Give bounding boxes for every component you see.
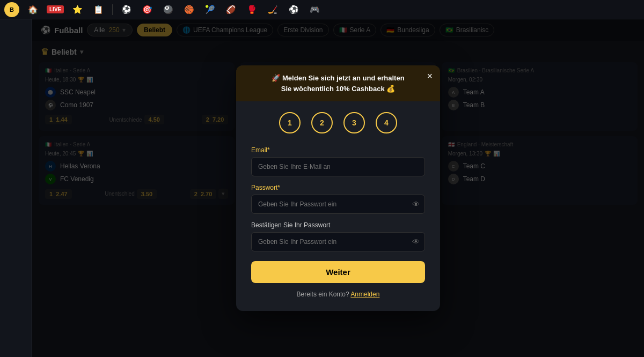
main-layout: ⚽ Fußball Alle 250 ▾ Beliebt 🌐 UEFA Cham… <box>0 19 644 357</box>
step-2: 2 <box>311 112 333 133</box>
step-3: 3 <box>343 112 365 133</box>
esports-icon[interactable]: 🎮 <box>308 4 322 16</box>
registration-modal: 🚀 Melden Sie sich jetzt an und erhalten … <box>236 65 440 311</box>
modal-close-button[interactable]: × <box>427 71 433 82</box>
nav-separator <box>112 4 113 15</box>
step-1: 1 <box>279 112 301 133</box>
password-input[interactable] <box>251 195 425 214</box>
boxing-icon[interactable]: 🥊 <box>245 4 259 16</box>
step-4: 4 <box>376 112 397 133</box>
email-input[interactable] <box>251 157 425 176</box>
modal-overlay: 🚀 Melden Sie sich jetzt an und erhalten … <box>32 19 644 357</box>
submit-button[interactable]: Weiter <box>251 261 425 283</box>
favorites-icon[interactable]: ⭐ <box>70 4 85 16</box>
confirm-password-input[interactable] <box>251 232 425 251</box>
login-link[interactable]: Anmelden <box>350 291 379 298</box>
step-indicators: 1 2 3 4 <box>251 112 425 133</box>
pool-icon[interactable]: 🎱 <box>161 4 175 16</box>
modal-body: 1 2 3 4 Email* Passwort* 👁 <box>236 101 440 311</box>
banner-line1: 🚀 Melden Sie sich jetzt an und erhalten <box>247 73 429 84</box>
password-eye-icon[interactable]: 👁 <box>412 200 420 209</box>
american-football-icon[interactable]: 🏈 <box>224 4 238 16</box>
password-label: Passwort* <box>251 184 425 191</box>
soccer-icon[interactable]: ⚽ <box>119 4 134 16</box>
results-icon[interactable]: 📋 <box>91 4 106 16</box>
brand-logo: B <box>4 2 19 17</box>
banner-line2: Sie wöchentlich 10% Cashback 💰 <box>247 84 429 94</box>
confirm-eye-icon[interactable]: 👁 <box>412 237 420 246</box>
confirm-password-label: Bestätigen Sie Ihr Passwort <box>251 221 425 229</box>
darts-icon[interactable]: 🎯 <box>140 4 155 16</box>
tennis-icon[interactable]: 🎾 <box>203 4 217 16</box>
live-badge[interactable]: LIVE <box>47 5 64 13</box>
main-content: ⚽ Fußball Alle 250 ▾ Beliebt 🌐 UEFA Cham… <box>32 19 644 357</box>
basketball-icon[interactable]: 🏀 <box>182 4 196 16</box>
sidebar <box>0 19 32 357</box>
home-icon[interactable]: 🏠 <box>26 4 40 16</box>
hockey-icon[interactable]: 🏒 <box>266 4 280 16</box>
top-navigation: B 🏠 LIVE ⭐ 📋 ⚽ 🎯 🎱 🏀 🎾 🏈 🥊 🏒 ⚽ 🎮 <box>0 0 644 19</box>
email-label: Email* <box>251 146 425 154</box>
login-link-row: Bereits ein Konto? Anmelden <box>251 291 425 298</box>
password-wrap: 👁 <box>251 195 425 214</box>
modal-banner: 🚀 Melden Sie sich jetzt an und erhalten … <box>236 65 440 101</box>
confirm-password-wrap: 👁 <box>251 232 425 251</box>
football2-icon[interactable]: ⚽ <box>287 4 301 16</box>
